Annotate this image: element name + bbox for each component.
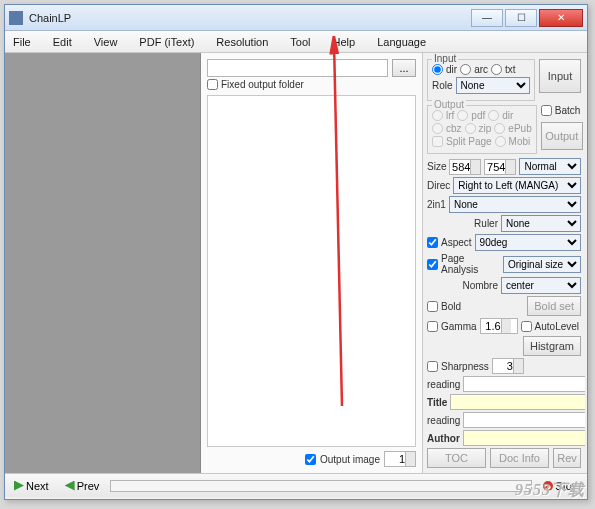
cbz-radio <box>432 123 443 134</box>
twoin1-select[interactable]: None <box>449 196 581 213</box>
toc-button: TOC <box>427 448 486 468</box>
input-legend: Input <box>432 53 458 64</box>
autolevel-check[interactable] <box>521 321 532 332</box>
dir-radio[interactable] <box>432 64 443 75</box>
output-image-checkbox[interactable] <box>305 454 316 465</box>
histgram-button[interactable]: Histgram <box>523 336 581 356</box>
nombre-select[interactable]: center <box>501 277 581 294</box>
txt-radio[interactable] <box>491 64 502 75</box>
size-mode-select[interactable]: Normal <box>519 158 581 175</box>
reading2-input[interactable] <box>463 412 585 428</box>
window-title: ChainLP <box>29 12 471 24</box>
menu-tool[interactable]: Tool <box>286 34 314 50</box>
prev-icon <box>65 481 75 491</box>
author-input[interactable] <box>463 430 585 446</box>
file-panel: ... Fixed output folder Output image <box>201 53 423 473</box>
fixed-output-label: Fixed output folder <box>221 79 304 90</box>
close-button[interactable]: ✕ <box>539 9 583 27</box>
gamma-spin[interactable] <box>480 318 518 334</box>
app-window: ChainLP — ☐ ✕ File Edit View PDF (iText)… <box>4 4 588 500</box>
pageanalysis-check[interactable] <box>427 259 438 270</box>
size-w-spin[interactable] <box>449 159 481 175</box>
output-image-spin[interactable] <box>384 451 416 467</box>
docinfo-button: Doc Info <box>490 448 549 468</box>
preview-panel <box>5 53 201 473</box>
ruler-select[interactable]: None <box>501 215 581 232</box>
titlebar[interactable]: ChainLP — ☐ ✕ <box>5 5 587 31</box>
app-icon <box>9 11 23 25</box>
prev-button[interactable]: Prev <box>60 478 105 494</box>
fixed-output-checkbox[interactable] <box>207 79 218 90</box>
bold-check[interactable] <box>427 301 438 312</box>
menu-view[interactable]: View <box>90 34 122 50</box>
progress-bar <box>110 480 532 492</box>
dir2-radio <box>488 110 499 121</box>
output-button: Output <box>541 122 583 150</box>
direc-select[interactable]: Right to Left (MANGA) <box>453 177 581 194</box>
menu-language[interactable]: Language <box>373 34 430 50</box>
batch-check[interactable] <box>541 105 552 116</box>
size-h-spin[interactable] <box>484 159 516 175</box>
role-select[interactable]: None <box>456 77 530 94</box>
menu-edit[interactable]: Edit <box>49 34 76 50</box>
zip-radio <box>465 123 476 134</box>
sharpness-check[interactable] <box>427 361 438 372</box>
file-list[interactable] <box>207 95 416 447</box>
next-button[interactable]: Next <box>9 478 54 494</box>
pdf-radio <box>457 110 468 121</box>
minimize-button[interactable]: — <box>471 9 503 27</box>
maximize-button[interactable]: ☐ <box>505 9 537 27</box>
menu-file[interactable]: File <box>9 34 35 50</box>
arc-radio[interactable] <box>460 64 471 75</box>
splitpage-check <box>432 136 443 147</box>
reading1-input[interactable] <box>463 376 585 392</box>
path-input[interactable] <box>207 59 388 77</box>
menubar: File Edit View PDF (iText) Resolution To… <box>5 31 587 53</box>
browse-button[interactable]: ... <box>392 59 416 77</box>
input-button[interactable]: Input <box>539 59 581 93</box>
output-image-label: Output image <box>320 454 380 465</box>
aspect-select[interactable]: 90deg <box>475 234 581 251</box>
pageanalysis-select[interactable]: Original size <box>503 256 581 273</box>
menu-resolution[interactable]: Resolution <box>212 34 272 50</box>
mobi-radio <box>495 136 506 147</box>
menu-pdf[interactable]: PDF (iText) <box>135 34 198 50</box>
rev-button: Rev <box>553 448 581 468</box>
gamma-check[interactable] <box>427 321 438 332</box>
settings-panel: Input dir arc txt Role None Input Output <box>423 53 585 473</box>
menu-help[interactable]: Help <box>329 34 360 50</box>
boldset-button: Bold set <box>527 296 581 316</box>
next-icon <box>14 481 24 491</box>
aspect-check[interactable] <box>427 237 438 248</box>
lrf-radio <box>432 110 443 121</box>
statusbar: Next Prev Stop <box>5 473 587 497</box>
watermark: 9553下载 <box>515 480 585 501</box>
sharpness-spin[interactable] <box>492 358 524 374</box>
output-legend: Output <box>432 99 466 110</box>
epub-radio <box>494 123 505 134</box>
title-input[interactable] <box>450 394 585 410</box>
